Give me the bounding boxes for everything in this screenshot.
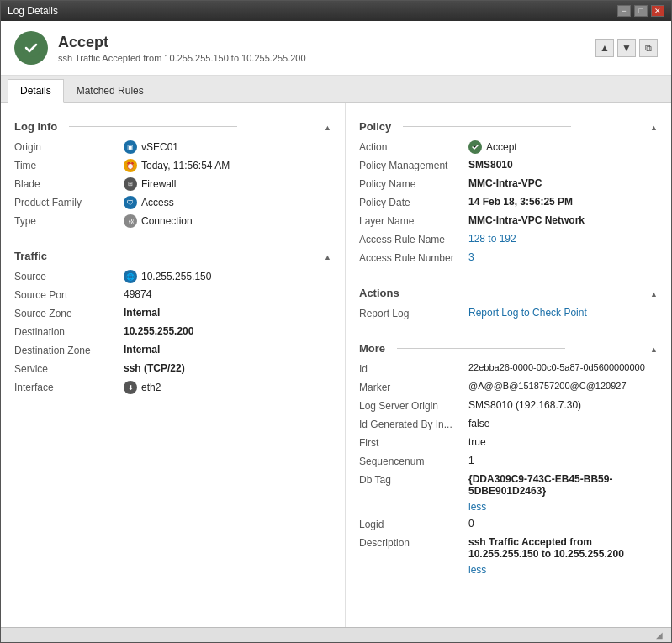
accept-action-icon (468, 140, 482, 154)
field-id: Id 22ebba26-0000-00c0-5a87-0d5600000000 (359, 360, 658, 378)
svg-point-0 (22, 39, 40, 57)
field-description: Description ssh Traffic Accepted from 10… (359, 534, 658, 578)
field-source-port: Source Port 49874 (14, 286, 331, 304)
connection-icon: ⛓ (124, 214, 137, 228)
traffic-header: Traffic (14, 249, 331, 262)
field-action: Action Accept (359, 138, 658, 156)
nav-copy-button[interactable]: ⧉ (639, 39, 658, 57)
tab-details[interactable]: Details (8, 79, 64, 103)
field-sequencenum: Sequencenum 1 (359, 452, 658, 471)
content-area: Log Info Origin ▣ vSEC01 Time ⏰ Today, 1… (1, 103, 671, 627)
title-bar: Log Details − □ ✕ (1, 1, 671, 21)
access-rule-number-link[interactable]: 3 (468, 251, 474, 263)
field-first: First true (359, 434, 658, 452)
download-icon: ⬇ (124, 381, 137, 394)
left-panel: Log Info Origin ▣ vSEC01 Time ⏰ Today, 1… (1, 103, 346, 627)
maximize-button[interactable]: □ (634, 5, 648, 17)
field-destination: Destination 10.255.255.200 (14, 323, 331, 341)
db-tag-less-link[interactable]: less (468, 501, 486, 513)
server-icon: ▣ (124, 140, 137, 154)
access-rule-name-link[interactable]: 128 to 192 (468, 233, 516, 245)
traffic-title: Traffic (14, 250, 227, 262)
grid-icon: ⊞ (124, 177, 137, 191)
tabs-bar: Details Matched Rules (1, 76, 671, 103)
field-origin: Origin ▣ vSEC01 (14, 138, 331, 156)
clock-icon: ⏰ (124, 159, 137, 172)
field-access-rule-name: Access Rule Name 128 to 192 (359, 230, 658, 249)
header-info: Accept ssh Traffic Accepted from 10.255.… (58, 34, 306, 63)
log-info-collapse[interactable] (324, 119, 331, 133)
more-title: More (359, 342, 565, 355)
field-db-tag: Db Tag {DDA309C9-743C-EB45-BB59-5DBE901D… (359, 471, 658, 515)
log-info-title: Log Info (14, 120, 237, 133)
log-details-window: Log Details − □ ✕ Accept ssh Traffic Acc… (0, 0, 672, 643)
window-controls: − □ ✕ (617, 5, 664, 17)
field-policy-date: Policy Date 14 Feb 18, 3:56:25 PM (359, 193, 658, 212)
minimize-button[interactable]: − (617, 5, 631, 17)
close-button[interactable]: ✕ (651, 5, 664, 17)
field-interface: Interface ⬇ eth2 (14, 378, 331, 397)
field-destination-zone: Destination Zone Internal (14, 341, 331, 360)
window-title: Log Details (8, 5, 58, 17)
field-type: Type ⛓ Connection (14, 212, 331, 230)
field-logid: Logid 0 (359, 515, 658, 534)
header-nav-buttons: ▲ ▼ ⧉ (595, 39, 658, 57)
report-log-link[interactable]: Report Log to Check Point (468, 307, 587, 319)
field-product-family: Product Family 🛡 Access (14, 193, 331, 212)
description-less-link[interactable]: less (468, 564, 486, 576)
field-policy-name: Policy Name MMC-Intra-VPC (359, 175, 658, 193)
header-subtitle: ssh Traffic Accepted from 10.255.255.150… (58, 53, 306, 63)
policy-title: Policy (359, 120, 571, 133)
more-collapse[interactable] (650, 341, 658, 355)
shield-icon: 🛡 (124, 196, 137, 209)
more-header: More (359, 341, 658, 355)
field-source: Source 🌐 10.255.255.150 (14, 267, 331, 286)
globe-icon: 🌐 (124, 270, 137, 283)
resize-handle: ◢ (656, 630, 666, 640)
field-service: Service ssh (TCP/22) (14, 360, 331, 378)
actions-title: Actions (359, 287, 579, 299)
policy-collapse[interactable] (650, 119, 658, 133)
field-policy-management: Policy Management SMS8010 (359, 156, 658, 175)
traffic-collapse[interactable] (324, 249, 331, 262)
field-log-server-origin: Log Server Origin SMS8010 (192.168.7.30) (359, 397, 658, 415)
field-report-log: Report Log Report Log to Check Point (359, 304, 658, 323)
nav-up-button[interactable]: ▲ (595, 39, 614, 57)
field-layer-name: Layer Name MMC-Intra-VPC Network (359, 212, 658, 230)
field-time: Time ⏰ Today, 11:56:54 AM (14, 156, 331, 175)
accept-icon (14, 31, 48, 65)
header-area: Accept ssh Traffic Accepted from 10.255.… (1, 21, 671, 76)
field-blade: Blade ⊞ Firewall (14, 175, 331, 193)
nav-down-button[interactable]: ▼ (617, 39, 636, 57)
right-panel: Policy Action Accept Policy Management S… (346, 103, 671, 627)
tab-matched-rules[interactable]: Matched Rules (64, 79, 156, 102)
actions-collapse[interactable] (650, 286, 658, 299)
field-access-rule-number: Access Rule Number 3 (359, 249, 658, 267)
field-source-zone: Source Zone Internal (14, 304, 331, 323)
header-title: Accept (58, 34, 306, 51)
status-bar: ◢ (1, 627, 671, 642)
log-info-header: Log Info (14, 119, 331, 133)
field-id-generated: Id Generated By In... false (359, 415, 658, 434)
header-left: Accept ssh Traffic Accepted from 10.255.… (14, 31, 306, 65)
policy-header: Policy (359, 119, 658, 133)
field-marker: Marker @A@@B@1518757200@C@120927 (359, 378, 658, 397)
actions-header: Actions (359, 286, 658, 299)
